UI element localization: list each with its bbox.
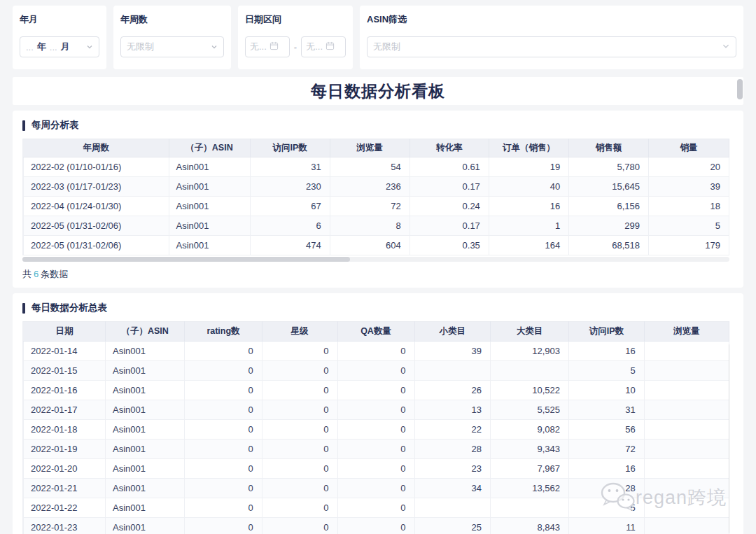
table-cell: 13: [414, 400, 491, 420]
table-cell: 2022-03 (01/17-01/23): [24, 177, 169, 197]
table-cell: 0: [337, 420, 414, 440]
table-cell: 0: [185, 381, 262, 400]
table-row: 2022-04 (01/24-01/30)Asin00167720.24166,…: [24, 197, 729, 216]
table-cell: [491, 361, 569, 381]
table-cell: 40: [489, 177, 568, 197]
table-cell: 6: [250, 216, 330, 236]
table-cell: 0: [185, 361, 262, 381]
table-cell: 0: [185, 342, 262, 361]
table-row: 2022-01-15Asin0010005: [24, 361, 729, 381]
table-cell: 0.24: [410, 197, 489, 216]
table-row: 2022-03 (01/17-01/23)Asin0012302360.1740…: [24, 177, 729, 197]
date-end-placeholder: 无...: [306, 41, 323, 53]
table-cell: Asin001: [169, 197, 250, 216]
table-cell: 179: [648, 236, 729, 255]
table-cell: 0: [185, 498, 262, 518]
table-cell: 31: [569, 400, 645, 420]
table-row: 2022-01-18Asin001000229,08256: [24, 420, 729, 440]
weekly-section: 每周分析表 年周数（子）ASIN访问IP数浏览量转化率订单（销售）销售额销量20…: [13, 111, 743, 288]
table-cell: 0: [262, 381, 337, 400]
table-cell: 10: [569, 381, 645, 400]
table-cell: 16: [569, 459, 645, 479]
date-range-start-input[interactable]: 无...: [245, 36, 290, 57]
weekly-table-hscrollbar[interactable]: [22, 257, 729, 262]
year-week-select[interactable]: 无限制: [120, 36, 224, 57]
weekly-table-hscrollbar-thumb[interactable]: [22, 257, 350, 262]
table-cell: 0: [185, 440, 262, 459]
table-cell: [644, 400, 729, 420]
header-row: 年周数（子）ASIN访问IP数浏览量转化率订单（销售）销售额销量: [24, 139, 729, 157]
daily-section-header: 每日数据分析总表: [22, 293, 734, 321]
table-cell: 20: [648, 157, 729, 177]
column-header: 订单（销售）: [489, 139, 568, 157]
table-cell: 0: [337, 342, 414, 361]
calendar-icon: [326, 41, 335, 52]
table-cell: 11: [569, 518, 645, 534]
section-accent-bar: [22, 120, 25, 131]
table-cell: Asin001: [169, 216, 250, 236]
table-cell: 0: [337, 400, 414, 420]
table-cell: 72: [330, 197, 410, 216]
table-cell: Asin001: [106, 420, 185, 440]
asin-filter-select[interactable]: 无限制: [367, 36, 736, 57]
table-row: 2022-01-20Asin001000237,96716: [24, 459, 729, 479]
daily-table-vscrollbar-thumb[interactable]: [729, 344, 729, 534]
table-cell: 68,518: [569, 236, 649, 255]
table-row: 2022-01-17Asin001000135,52531: [24, 400, 729, 420]
month-unit-label: 月: [61, 41, 70, 53]
page-scrollbar-thumb[interactable]: [737, 79, 743, 99]
table-cell: 0.17: [410, 216, 489, 236]
daily-table: 日期（子）ASINrating数星级QA数量小类目大类目访问IP数浏览量2022…: [23, 321, 729, 534]
column-header: 年周数: [24, 139, 169, 157]
table-cell: 2022-01-17: [24, 400, 106, 420]
table-cell: 10,522: [491, 381, 569, 400]
table-cell: 474: [250, 236, 330, 255]
table-cell: 67: [250, 197, 330, 216]
weekly-section-title: 每周分析表: [31, 119, 79, 132]
daily-section: 每日数据分析总表 日期（子）ASINrating数星级QA数量小类目大类目访问I…: [13, 293, 743, 534]
table-row: 2022-01-14Asin0010003912,90316: [24, 342, 729, 361]
column-header: （子）ASIN: [106, 322, 185, 342]
table-row: 2022-01-16Asin0010002610,52210: [24, 381, 729, 400]
table-cell: 2022-02 (01/10-01/16): [24, 157, 169, 177]
table-cell: 2022-01-21: [24, 479, 106, 498]
date-range-separator: -: [294, 42, 297, 52]
table-cell: 31: [250, 157, 330, 177]
table-cell: 5,780: [569, 157, 649, 177]
table-cell: 28: [569, 479, 645, 498]
table-cell: 22: [414, 420, 491, 440]
filter-card-asin: ASIN筛选 无限制: [360, 6, 743, 69]
table-cell: 9,082: [491, 420, 569, 440]
table-row: 2022-01-22Asin0010005: [24, 498, 729, 518]
year-unit-label: 年: [37, 41, 46, 53]
table-cell: 28: [414, 440, 491, 459]
table-cell: 39: [414, 342, 491, 361]
table-cell: 0: [262, 361, 337, 381]
year-month-label: 年月: [20, 13, 99, 26]
filter-card-year-week: 年周数 无限制: [113, 6, 231, 69]
table-row: 2022-01-21Asin0010003413,56228: [24, 479, 729, 498]
table-cell: 0: [262, 479, 337, 498]
calendar-icon: [270, 41, 279, 52]
table-cell: 5: [648, 216, 729, 236]
table-cell: 18: [648, 197, 729, 216]
table-cell: 15,645: [569, 177, 649, 197]
year-week-placeholder: 无限制: [127, 41, 154, 53]
date-range-end-input[interactable]: 无...: [301, 36, 346, 57]
table-cell: 0: [337, 479, 414, 498]
year-month-picker[interactable]: ... 年 ... 月: [20, 36, 99, 57]
table-cell: 8: [330, 216, 410, 236]
table-cell: 72: [569, 440, 645, 459]
column-header: 浏览量: [330, 139, 410, 157]
column-header: 日期: [24, 322, 106, 342]
table-cell: 236: [330, 177, 410, 197]
chevron-down-icon: [722, 42, 730, 52]
table-cell: 34: [414, 479, 491, 498]
table-cell: Asin001: [106, 518, 185, 534]
table-cell: 19: [489, 157, 568, 177]
table-cell: [491, 498, 569, 518]
year-week-label: 年周数: [120, 13, 224, 26]
table-cell: 5: [569, 361, 645, 381]
column-header: 星级: [262, 322, 337, 342]
table-cell: Asin001: [106, 498, 185, 518]
